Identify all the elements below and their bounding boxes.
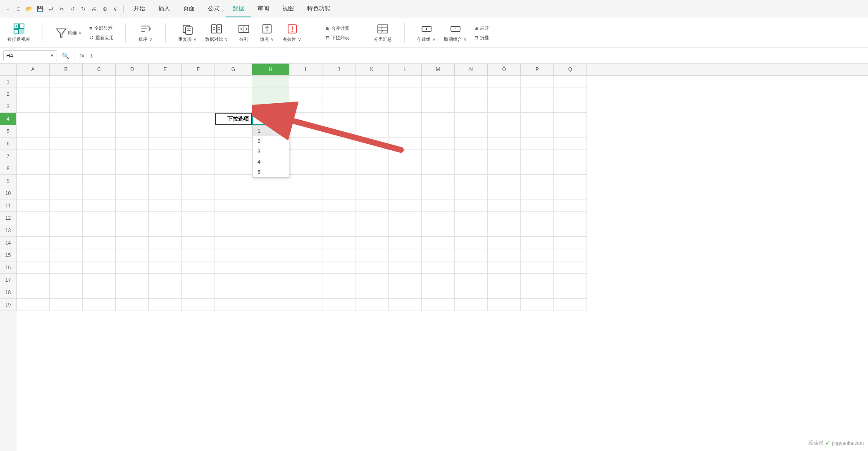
col-header-K[interactable]: K: [355, 64, 389, 75]
row-num-5[interactable]: 5: [0, 125, 17, 138]
dedupe-button[interactable]: 重复项 ∨: [176, 21, 199, 44]
cell-J3[interactable]: [322, 100, 355, 113]
expand-button[interactable]: ⊞ 展开: [473, 24, 491, 32]
cell-P4[interactable]: [521, 113, 554, 125]
cell-D2[interactable]: [116, 88, 149, 100]
cell-O2[interactable]: [488, 88, 521, 100]
cell-B2[interactable]: [50, 88, 83, 100]
nav-start[interactable]: 开始: [127, 1, 152, 17]
col-header-Q[interactable]: Q: [554, 64, 587, 75]
cell-M2[interactable]: [422, 88, 455, 100]
cell-O3[interactable]: [488, 100, 521, 113]
new-icon[interactable]: □: [14, 5, 23, 14]
cell-N3[interactable]: [455, 100, 488, 113]
cell-P3[interactable]: [521, 100, 554, 113]
row-num-11[interactable]: 11: [0, 199, 17, 212]
row-num-19[interactable]: 19: [0, 299, 17, 311]
dropdown-list-button[interactable]: ⊟ 下拉列表: [324, 34, 351, 42]
cell-F2[interactable]: [182, 88, 215, 100]
col-header-F[interactable]: F: [182, 64, 215, 75]
nav-review[interactable]: 审阅: [251, 1, 276, 17]
cell-H2[interactable]: [252, 88, 289, 100]
cell-E1[interactable]: [149, 76, 182, 88]
cell-I4[interactable]: [289, 113, 322, 125]
dropdown-item-4[interactable]: 4: [253, 157, 289, 167]
split-button[interactable]: 分列: [234, 21, 254, 44]
fold-button[interactable]: ⊟ 折叠: [473, 34, 491, 42]
row-num-10[interactable]: 10: [0, 187, 17, 199]
cell-F3[interactable]: [182, 100, 215, 113]
row-num-17[interactable]: 17: [0, 274, 17, 286]
reapply-button[interactable]: ↺ 重新应用: [88, 34, 115, 42]
expand-icon[interactable]: ∨: [111, 5, 120, 14]
hamburger-icon[interactable]: ≡: [3, 5, 12, 14]
cell-D1[interactable]: [116, 76, 149, 88]
cell-I1[interactable]: [289, 76, 322, 88]
nav-data[interactable]: 数据: [226, 1, 251, 17]
cell-Q2[interactable]: [554, 88, 587, 100]
cell-C1[interactable]: [83, 76, 116, 88]
row-num-6[interactable]: 6: [0, 138, 17, 150]
col-header-G[interactable]: G: [215, 64, 252, 75]
col-header-O[interactable]: O: [488, 64, 521, 75]
col-header-H[interactable]: H: [252, 64, 289, 75]
row-num-12[interactable]: 12: [0, 212, 17, 224]
cell-A4[interactable]: [17, 113, 50, 125]
row-num-13[interactable]: 13: [0, 224, 17, 237]
row-num-14[interactable]: 14: [0, 237, 17, 249]
dropdown-item-3[interactable]: 3: [253, 146, 289, 157]
cell-B4[interactable]: [50, 113, 83, 125]
nav-insert[interactable]: 插入: [152, 1, 176, 17]
create-group-button[interactable]: 创建组 ∨: [415, 21, 438, 44]
cell-E3[interactable]: [149, 100, 182, 113]
fill-button[interactable]: 填充 ∨: [257, 21, 277, 44]
connect-icon[interactable]: ⇄: [46, 5, 55, 14]
cell-L4[interactable]: [389, 113, 422, 125]
row-num-15[interactable]: 15: [0, 249, 17, 261]
col-header-B[interactable]: B: [50, 64, 83, 75]
dropdown-item-5[interactable]: 5: [253, 167, 289, 177]
filter-button[interactable]: 筛选 ∨: [53, 26, 84, 40]
dropdown-item-2[interactable]: 2: [253, 136, 289, 146]
cell-O1[interactable]: [488, 76, 521, 88]
cell-L2[interactable]: [389, 88, 422, 100]
cell-G4[interactable]: 下拉选项: [215, 113, 252, 125]
nav-special[interactable]: 特色功能: [300, 1, 337, 17]
cell-E2[interactable]: [149, 88, 182, 100]
cell-Q1[interactable]: [554, 76, 587, 88]
row-num-8[interactable]: 8: [0, 162, 17, 175]
cell-C4[interactable]: [83, 113, 116, 125]
cut-icon[interactable]: ✂: [57, 5, 66, 14]
cell-K1[interactable]: [355, 76, 389, 88]
cell-D3[interactable]: [116, 100, 149, 113]
pivot-table-button[interactable]: 数据透视表: [5, 21, 33, 44]
nav-view[interactable]: 视图: [276, 1, 300, 17]
col-header-I[interactable]: I: [289, 64, 322, 75]
zoom-icon[interactable]: 🔍: [60, 52, 71, 59]
fx-icon[interactable]: fx: [78, 52, 87, 59]
cell-H4[interactable]: 1 ▼: [252, 113, 289, 125]
col-header-A[interactable]: A: [17, 64, 50, 75]
col-header-P[interactable]: P: [521, 64, 554, 75]
cell-I2[interactable]: [289, 88, 322, 100]
dropdown-item-1[interactable]: 1: [253, 126, 289, 136]
col-header-M[interactable]: M: [422, 64, 455, 75]
cell-L1[interactable]: [389, 76, 422, 88]
col-header-L[interactable]: L: [389, 64, 422, 75]
cell-Q3[interactable]: [554, 100, 587, 113]
cell-A1[interactable]: [17, 76, 50, 88]
nav-formula[interactable]: 公式: [201, 1, 226, 17]
ungroup-button[interactable]: 取消组合 ∨: [441, 21, 470, 44]
cell-F4[interactable]: [182, 113, 215, 125]
row-num-7[interactable]: 7: [0, 150, 17, 162]
row-num-1[interactable]: 1: [0, 76, 17, 88]
cell-K4[interactable]: [355, 113, 389, 125]
dropdown-list[interactable]: 1 2 3 4 5: [252, 125, 289, 178]
cell-G1[interactable]: [215, 76, 252, 88]
cell-J1[interactable]: [322, 76, 355, 88]
more-icon[interactable]: ⊕: [100, 5, 109, 14]
save-icon[interactable]: 💾: [36, 5, 45, 14]
cell-A2[interactable]: [17, 88, 50, 100]
col-header-C[interactable]: C: [83, 64, 116, 75]
row-num-18[interactable]: 18: [0, 286, 17, 299]
